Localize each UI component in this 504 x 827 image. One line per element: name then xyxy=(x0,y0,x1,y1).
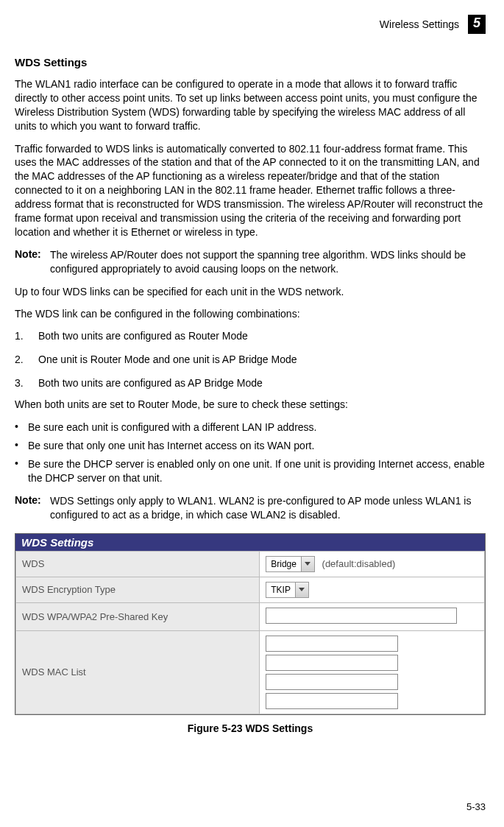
mac-input[interactable] xyxy=(266,636,398,652)
row-value-cell: TKIP xyxy=(260,577,485,602)
row-value-cell: Bridge (default:disabled) xyxy=(260,551,485,577)
list-item: 3. Both two units are configured as AP B… xyxy=(15,377,486,389)
bullet-item: • Be sure the DHCP server is enabled onl… xyxy=(15,457,486,485)
page-header: Wireless Settings 5 xyxy=(15,15,486,34)
paragraph: Up to four WDS links can be specified fo… xyxy=(15,285,486,299)
list-text: Both two units are configured as Router … xyxy=(38,330,248,342)
list-number: 3. xyxy=(15,377,38,389)
row-value-cell xyxy=(260,602,485,630)
row-label: WDS xyxy=(16,551,260,577)
bullet-icon: • xyxy=(15,457,28,485)
list-text: One unit is Router Mode and one unit is … xyxy=(38,353,297,365)
bullet-item: • Be sure that only one unit has Interne… xyxy=(15,439,486,453)
note-block: Note: WDS Settings only apply to WLAN1. … xyxy=(15,494,486,522)
select-value: Bridge xyxy=(266,559,301,569)
panel-title: WDS Settings xyxy=(15,534,485,551)
row-label: WDS MAC List xyxy=(16,630,260,714)
paragraph: Traffic forwarded to WDS links is automa… xyxy=(15,142,486,239)
list-text: Both two units are configured as AP Brid… xyxy=(38,377,263,389)
bullet-icon: • xyxy=(15,439,28,453)
encryption-select[interactable]: TKIP xyxy=(266,582,309,598)
chevron-down-icon xyxy=(301,557,314,571)
mac-input-stack xyxy=(266,636,478,709)
note-label: Note: xyxy=(15,494,50,522)
chevron-down-icon xyxy=(295,583,308,597)
default-hint: (default:disabled) xyxy=(322,558,396,569)
note-label: Note: xyxy=(15,248,50,276)
row-value-cell xyxy=(260,630,485,714)
numbered-list: 1. Both two units are configured as Rout… xyxy=(15,330,486,389)
list-number: 2. xyxy=(15,353,38,365)
list-number: 1. xyxy=(15,330,38,342)
mac-input[interactable] xyxy=(266,693,398,709)
figure-caption: Figure 5-23 WDS Settings xyxy=(15,722,486,734)
mac-input[interactable] xyxy=(266,655,398,671)
select-value: TKIP xyxy=(266,585,295,595)
psk-input[interactable] xyxy=(266,608,457,624)
settings-table: WDS Bridge (default:disabled) WDS Encryp… xyxy=(15,551,485,714)
page-number: 5-33 xyxy=(466,801,486,812)
note-block: Note: The wireless AP/Router does not su… xyxy=(15,248,486,276)
paragraph: The WLAN1 radio interface can be configu… xyxy=(15,77,486,133)
header-title: Wireless Settings xyxy=(380,18,459,30)
row-label: WDS WPA/WPA2 Pre-Shared Key xyxy=(16,602,260,630)
bullet-text: Be sure that only one unit has Internet … xyxy=(28,439,314,453)
figure-screenshot: WDS Settings WDS Bridge (default:disable… xyxy=(15,533,486,715)
paragraph: The WDS link can be configured in the fo… xyxy=(15,307,486,321)
wds-select[interactable]: Bridge xyxy=(266,556,315,572)
bullet-text: Be sure the DHCP server is enabled only … xyxy=(28,457,486,485)
table-row: WDS WPA/WPA2 Pre-Shared Key xyxy=(16,602,485,630)
bullet-text: Be sure each unit is configured with a d… xyxy=(28,420,317,434)
mac-input[interactable] xyxy=(266,674,398,690)
list-item: 1. Both two units are configured as Rout… xyxy=(15,330,486,342)
paragraph: When both units are set to Router Mode, … xyxy=(15,398,486,412)
section-number-tab: 5 xyxy=(468,15,486,34)
note-text: WDS Settings only apply to WLAN1. WLAN2 … xyxy=(50,494,486,522)
bullet-item: • Be sure each unit is configured with a… xyxy=(15,420,486,434)
note-text: The wireless AP/Router does not support … xyxy=(50,248,486,276)
table-row: WDS MAC List xyxy=(16,630,485,714)
table-row: WDS Bridge (default:disabled) xyxy=(16,551,485,577)
table-row: WDS Encryption Type TKIP xyxy=(16,577,485,602)
row-label: WDS Encryption Type xyxy=(16,577,260,602)
list-item: 2. One unit is Router Mode and one unit … xyxy=(15,353,486,365)
bullet-icon: • xyxy=(15,420,28,434)
section-heading: WDS Settings xyxy=(15,56,486,68)
